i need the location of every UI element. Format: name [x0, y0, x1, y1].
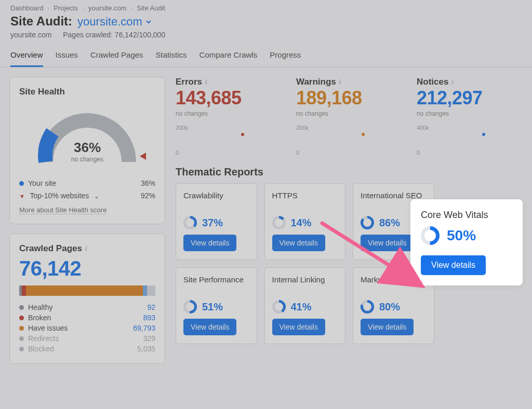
chevron-right-icon: ›: [131, 5, 133, 11]
report-percent: 80%: [361, 300, 427, 313]
chevron-right-icon: ›: [82, 5, 84, 11]
metrics-row: Errors i143,685no changes200k0Warnings i…: [176, 77, 523, 156]
crawled-pages-value: 76,142: [19, 257, 155, 280]
site-health-gauge: 36% no changes: [33, 102, 142, 170]
gauge-marker-icon: [140, 153, 146, 160]
metric-value: 212,297: [417, 87, 523, 109]
site-health-title: Site Health: [19, 87, 155, 97]
crawled-pages-title: Crawled Pages: [19, 243, 82, 254]
sparkline: 200k0: [176, 121, 282, 156]
cp-row: Redirects329: [19, 333, 155, 344]
metric-warnings: Warnings i189,168no changes200k0: [296, 77, 402, 156]
sparkline: 400k0: [417, 121, 523, 156]
crawled-pages-bar: [19, 285, 155, 296]
report-percent: 51%: [183, 300, 249, 313]
chevron-down-icon[interactable]: ⌄: [94, 193, 99, 200]
legend-your-site-pct: 36%: [141, 179, 155, 187]
crumb-domain[interactable]: yoursite.com: [88, 4, 127, 12]
report-card: Crawlability37%View details: [176, 183, 257, 260]
info-icon[interactable]: i: [205, 78, 207, 86]
metric-notices: Notices i212,297no changes400k0: [417, 77, 523, 156]
cp-count-link[interactable]: 69,793: [133, 324, 155, 332]
caret-down-icon: ▼: [19, 193, 25, 199]
view-details-button[interactable]: View details: [272, 319, 325, 335]
no-changes: no changes: [417, 110, 523, 117]
chevron-down-icon: [145, 19, 152, 25]
report-percent: 41%: [272, 300, 338, 313]
subtitle: yoursite.com Pages crawled: 76,142/100,0…: [0, 30, 532, 45]
crumb-dashboard[interactable]: Dashboard: [10, 4, 44, 12]
report-title: Crawlability: [183, 191, 249, 211]
view-details-button[interactable]: View details: [183, 319, 236, 335]
legend-your-site: Your site: [28, 179, 56, 187]
crumb-projects[interactable]: Projects: [54, 4, 78, 12]
report-percent: 37%: [183, 216, 249, 229]
tab-issues[interactable]: Issues: [56, 45, 78, 67]
crawled-pages-list: Healthy92Broken893Have issues69,793Redir…: [19, 302, 155, 354]
info-icon[interactable]: i: [451, 78, 454, 86]
site-health-legend: Your site 36% ▼ Top-10% websites ⌄ 92%: [19, 179, 155, 200]
legend-top10-pct: 92%: [141, 192, 155, 200]
domain-selector[interactable]: yoursite.com: [77, 15, 152, 29]
metric-value: 143,685: [176, 87, 282, 109]
sparkline: 200k0: [296, 121, 402, 156]
view-details-button[interactable]: View details: [361, 319, 414, 335]
report-title: Site Performance: [183, 275, 249, 295]
cp-row: Blocked5,035: [19, 344, 155, 354]
tab-statistics[interactable]: Statistics: [156, 45, 187, 67]
tab-crawled-pages[interactable]: Crawled Pages: [90, 45, 143, 67]
cp-count-link[interactable]: 5,035: [137, 345, 155, 353]
site-health-more-link[interactable]: More about Site Health score: [19, 206, 107, 214]
highlight-title: Core Web Vitals: [421, 210, 512, 221]
page-title-row: Site Audit: yoursite.com: [0, 13, 532, 30]
legend-top10[interactable]: Top-10% websites: [30, 192, 89, 200]
crawled-pages-card: Crawled Pages i 76,142 Healthy92Broken89…: [9, 234, 165, 364]
thematic-title: Thematic Reports: [176, 166, 523, 178]
metric-label: Notices: [417, 77, 448, 87]
info-icon[interactable]: i: [85, 244, 87, 253]
gauge-percent: 36%: [33, 140, 142, 156]
metric-value: 189,168: [296, 87, 402, 109]
view-details-button[interactable]: View details: [272, 235, 325, 251]
no-changes: no changes: [296, 110, 402, 117]
site-health-card: Site Health 36% no changes Your site 36%: [9, 77, 165, 224]
report-percent: 14%: [272, 216, 338, 229]
domain-name: yoursite.com: [77, 15, 142, 29]
page-title: Site Audit:: [10, 14, 72, 29]
cp-row: Broken893: [19, 312, 155, 323]
crumb-section[interactable]: Site Audit: [137, 4, 165, 12]
breadcrumb: Dashboard › Projects › yoursite.com › Si…: [0, 0, 532, 13]
tabs: Overview Issues Crawled Pages Statistics…: [0, 45, 532, 67]
tab-overview[interactable]: Overview: [10, 45, 43, 67]
metric-label: Warnings: [296, 77, 336, 87]
view-details-button[interactable]: View details: [421, 255, 486, 275]
gauge-no-changes: no changes: [33, 156, 142, 163]
highlight-percent: 50%: [421, 226, 512, 245]
pages-crawled-label: Pages crawled: 76,142/100,000: [63, 31, 165, 39]
tab-progress[interactable]: Progress: [270, 45, 301, 67]
report-title: HTTPS: [272, 191, 338, 211]
view-details-button[interactable]: View details: [183, 235, 236, 251]
subtitle-domain: yoursite.com: [10, 31, 51, 39]
no-changes: no changes: [176, 110, 282, 117]
report-title: Internal Linking: [272, 275, 338, 295]
cp-count-link[interactable]: 92: [147, 303, 155, 311]
view-details-button[interactable]: View details: [361, 235, 414, 251]
cp-count-link[interactable]: 893: [143, 313, 155, 322]
metric-errors: Errors i143,685no changes200k0: [176, 77, 282, 156]
core-web-vitals-card: Core Web Vitals50%View details: [410, 199, 523, 285]
report-card: Internal Linking41%View details: [264, 267, 346, 344]
cp-count-link[interactable]: 329: [143, 334, 155, 343]
report-card: HTTPS14%View details: [264, 183, 346, 260]
chevron-right-icon: ›: [48, 5, 50, 11]
cp-row: Healthy92: [19, 302, 155, 312]
report-card: Site Performance51%View details: [176, 267, 257, 344]
cp-row: Have issues69,793: [19, 323, 155, 333]
metric-label: Errors: [176, 77, 202, 87]
info-icon[interactable]: i: [339, 78, 341, 86]
tab-compare-crawls[interactable]: Compare Crawls: [200, 45, 258, 67]
